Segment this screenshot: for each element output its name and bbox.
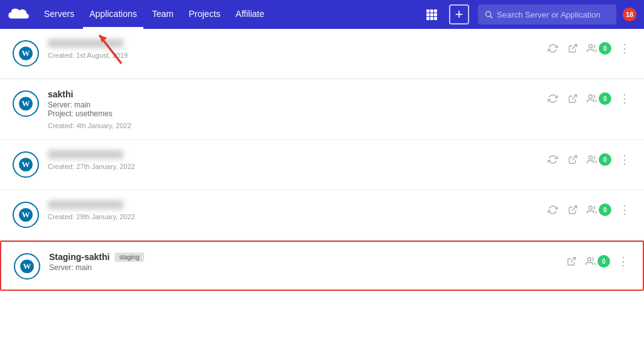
more-icon[interactable]: ⋮ xyxy=(616,254,630,268)
svg-line-10 xyxy=(491,16,492,18)
svg-point-16 xyxy=(589,45,592,48)
svg-rect-4 xyxy=(430,13,433,16)
wordpress-icon: W xyxy=(13,202,39,228)
svg-rect-1 xyxy=(430,9,433,13)
svg-line-23 xyxy=(572,156,577,160)
team-icon xyxy=(585,256,596,266)
nav-team[interactable]: Team xyxy=(146,0,180,29)
external-link-icon[interactable] xyxy=(566,203,580,217)
more-icon[interactable]: ⋮ xyxy=(618,203,631,217)
svg-rect-7 xyxy=(430,17,433,20)
app-info: Staging-sakthi staging Server: main xyxy=(49,252,565,272)
notification-badge[interactable]: 18 xyxy=(623,8,636,21)
app-row: W Created: 29th January, 2022 xyxy=(0,190,644,241)
team-group[interactable]: 0 xyxy=(586,92,611,105)
app-name: Staging-sakthi staging xyxy=(49,252,565,262)
more-icon[interactable]: ⋮ xyxy=(618,153,631,166)
nav-applications[interactable]: Applications xyxy=(83,0,143,29)
svg-line-31 xyxy=(571,258,575,262)
wordpress-icon: W xyxy=(14,253,40,280)
team-count-badge: 0 xyxy=(599,42,611,55)
app-actions: 0 ⋮ xyxy=(546,39,631,55)
svg-text:W: W xyxy=(23,261,31,271)
app-name-text: sakthi xyxy=(48,89,73,99)
search-bar[interactable] xyxy=(478,4,616,24)
svg-text:W: W xyxy=(22,210,30,219)
wordpress-icon: W xyxy=(13,90,39,117)
external-link-icon[interactable] xyxy=(565,254,579,268)
svg-line-15 xyxy=(572,45,577,49)
app-info: Created: 27th January, 2022 xyxy=(48,150,546,170)
svg-text:W: W xyxy=(22,99,30,108)
app-server: Server: main xyxy=(48,100,546,109)
team-group[interactable]: 0 xyxy=(586,42,611,55)
nav-servers[interactable]: Servers xyxy=(38,0,80,29)
logo-icon xyxy=(8,8,30,21)
wordpress-icon: W xyxy=(13,151,39,178)
more-icon[interactable]: ⋮ xyxy=(618,92,631,106)
svg-point-24 xyxy=(589,156,592,159)
wordpress-icon: W xyxy=(13,40,39,67)
app-info: sakthi Server: main Project: usethemes C… xyxy=(48,89,546,129)
app-actions: 0 ⋮ xyxy=(546,200,631,217)
team-group[interactable]: 0 xyxy=(586,204,611,216)
app-row: W Created: 27th January, 2022 xyxy=(0,140,644,190)
app-name xyxy=(48,39,546,48)
refresh-icon[interactable] xyxy=(546,41,560,55)
svg-point-28 xyxy=(589,206,592,209)
search-icon xyxy=(484,10,493,19)
nav-affiliate[interactable]: Affiliate xyxy=(230,0,271,29)
svg-point-9 xyxy=(486,11,491,16)
app-row: W sakthi Server: main Project: usethemes… xyxy=(0,79,644,140)
team-icon xyxy=(586,43,597,53)
app-info: Created: 29th January, 2022 xyxy=(48,200,546,220)
svg-rect-2 xyxy=(434,9,437,13)
app-server: Server: main xyxy=(49,263,565,272)
app-project: Project: usethemes xyxy=(48,109,546,118)
more-icon[interactable]: ⋮ xyxy=(618,41,631,55)
app-created: Created: 29th January, 2022 xyxy=(48,213,546,220)
app-name-text xyxy=(48,150,123,159)
svg-point-32 xyxy=(587,258,591,261)
refresh-icon[interactable] xyxy=(546,153,560,166)
svg-rect-5 xyxy=(434,13,437,16)
refresh-icon[interactable] xyxy=(546,203,560,217)
app-created: Created: 1st August, 2019 xyxy=(48,52,546,59)
team-count-badge: 0 xyxy=(599,153,611,166)
grid-icon[interactable] xyxy=(420,3,443,26)
external-link-icon[interactable] xyxy=(566,92,580,106)
svg-line-27 xyxy=(572,206,577,210)
external-link-icon[interactable] xyxy=(566,41,580,55)
app-name xyxy=(48,200,546,209)
staging-badge: staging xyxy=(114,253,143,262)
app-name xyxy=(48,150,546,159)
navbar: Servers Applications Team Projects Affil… xyxy=(0,0,644,29)
svg-line-19 xyxy=(572,95,577,99)
svg-rect-6 xyxy=(426,17,430,20)
app-row: W Created: 1st August, 2019 xyxy=(0,29,644,79)
nav-projects[interactable]: Projects xyxy=(182,0,227,29)
app-actions: 0 ⋮ xyxy=(546,150,631,166)
team-group[interactable]: 0 xyxy=(586,153,611,166)
app-row-staging: W Staging-sakthi staging Server: main xyxy=(0,241,644,291)
team-icon xyxy=(586,155,597,165)
team-icon xyxy=(586,94,597,104)
team-count-badge: 0 xyxy=(599,92,611,105)
app-created: Created: 27th January, 2022 xyxy=(48,163,546,170)
logo[interactable] xyxy=(8,8,30,21)
app-name-text xyxy=(48,39,123,48)
svg-rect-8 xyxy=(434,17,437,20)
app-name: sakthi xyxy=(48,89,546,99)
app-created: Created: 4th January, 2022 xyxy=(48,122,546,129)
add-button[interactable]: + xyxy=(449,4,469,24)
svg-text:W: W xyxy=(22,48,30,58)
refresh-icon[interactable] xyxy=(546,92,560,106)
external-link-icon[interactable] xyxy=(566,153,580,166)
app-info: Created: 1st August, 2019 xyxy=(48,39,546,59)
app-name-text: Staging-sakthi xyxy=(49,252,109,262)
svg-rect-3 xyxy=(426,13,430,16)
search-input[interactable] xyxy=(497,10,604,19)
team-group[interactable]: 0 xyxy=(585,255,610,268)
app-list: W Created: 1st August, 2019 xyxy=(0,29,644,353)
svg-point-20 xyxy=(589,95,592,98)
